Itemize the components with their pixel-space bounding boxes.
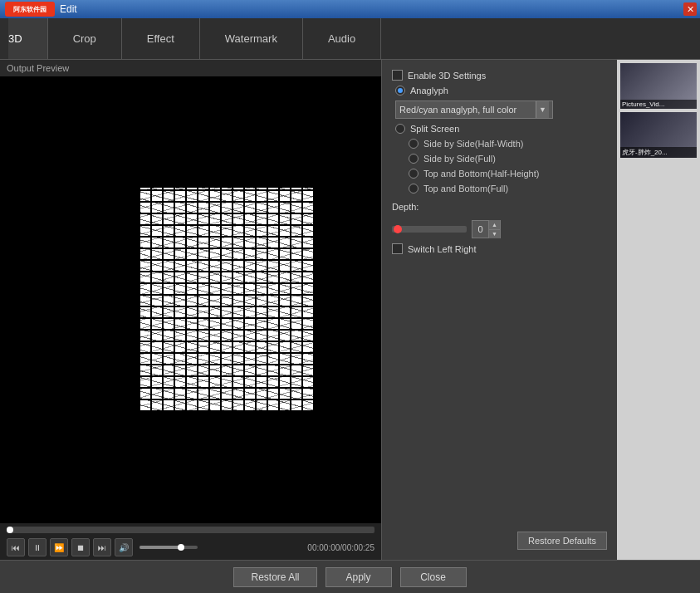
- app-logo: 阿东软件园: [5, 2, 55, 17]
- tb-half-label: Top and Bottom(Half-Height): [423, 169, 539, 179]
- tb-full-radio[interactable]: [409, 184, 419, 194]
- spinner-arrows: ▲ ▼: [488, 220, 500, 238]
- thumbnail-1-label: Pictures_Vid...: [620, 100, 697, 109]
- enable-3d-label: Enable 3D Settings: [408, 71, 486, 81]
- tb-full-row: Top and Bottom(Full): [392, 184, 607, 194]
- left-panel: Output Preview ⏮ ⏸ ⏩ ⏹: [0, 60, 382, 560]
- stop-button[interactable]: ⏹: [71, 538, 90, 556]
- dropdown-arrow-icon: ▼: [536, 101, 549, 118]
- main-window: 3D Crop Effect Watermark Audio Output Pr…: [0, 18, 700, 593]
- depth-thumb: [394, 225, 402, 233]
- spinner-up-button[interactable]: ▲: [489, 220, 500, 230]
- switch-lr-checkbox[interactable]: [392, 243, 403, 254]
- sbs-full-label: Side by Side(Full): [423, 154, 496, 164]
- restore-defaults-button[interactable]: Restore Defaults: [517, 532, 607, 550]
- tab-watermark[interactable]: Watermark: [200, 18, 303, 59]
- switch-lr-label: Switch Left Right: [408, 244, 477, 254]
- thumbnail-1[interactable]: Pictures_Vid...: [620, 63, 697, 109]
- tab-audio[interactable]: Audio: [303, 18, 381, 59]
- restore-all-button[interactable]: Restore All: [233, 567, 316, 587]
- tb-half-radio[interactable]: [409, 169, 419, 179]
- thumbnail-2[interactable]: 虎牙-胖炸_20...: [620, 112, 697, 158]
- split-screen-row: Split Screen: [392, 124, 607, 134]
- close-button[interactable]: Close: [400, 567, 467, 587]
- controls-buttons: ⏮ ⏸ ⏩ ⏹ ⏭ 🔊 00:00:00/00:00:25: [7, 538, 374, 556]
- switch-lr-row: Switch Left Right: [392, 243, 607, 254]
- depth-slider[interactable]: [392, 226, 467, 233]
- depth-spinner-value: 0: [472, 224, 488, 234]
- anaglyph-dropdown[interactable]: Red/cyan anaglyph, full color ▼: [395, 100, 553, 119]
- volume-fill: [140, 546, 181, 549]
- progress-bar[interactable]: [7, 527, 374, 533]
- video-content: [139, 188, 313, 412]
- spinner-down-button[interactable]: ▼: [489, 230, 500, 239]
- time-display: 00:00:00/00:00:25: [307, 543, 374, 552]
- depth-label: Depth:: [392, 202, 607, 212]
- volume-thumb: [178, 544, 184, 551]
- skip-forward-button[interactable]: ⏭: [93, 538, 111, 556]
- tab-3d[interactable]: 3D: [8, 18, 48, 59]
- sbs-half-radio[interactable]: [409, 139, 419, 149]
- grid-overlay: [139, 188, 313, 412]
- output-preview-label: Output Preview: [0, 60, 381, 76]
- anaglyph-dropdown-value: Red/cyan anaglyph, full color: [399, 105, 516, 115]
- content-area: Output Preview ⏮ ⏸ ⏩ ⏹: [0, 60, 700, 560]
- volume-icon[interactable]: 🔊: [115, 538, 133, 556]
- thumbnail-2-label: 虎牙-胖炸_20...: [620, 147, 697, 158]
- progress-indicator: [7, 527, 13, 533]
- volume-slider[interactable]: [140, 546, 198, 549]
- window-title: Edit: [60, 3, 695, 15]
- apply-button[interactable]: Apply: [326, 567, 392, 587]
- grid-visual: [139, 188, 313, 412]
- sbs-full-row: Side by Side(Full): [392, 154, 607, 164]
- tb-full-label: Top and Bottom(Full): [423, 184, 508, 194]
- depth-spinner[interactable]: 0 ▲ ▼: [472, 220, 501, 238]
- video-area: [0, 76, 381, 523]
- anaglyph-label: Anaglyph: [410, 86, 448, 96]
- skip-back-button[interactable]: ⏮: [7, 538, 25, 556]
- tab-bar: 3D Crop Effect Watermark Audio: [0, 18, 700, 60]
- depth-slider-row: 0 ▲ ▼: [392, 220, 607, 238]
- enable-3d-row: Enable 3D Settings: [392, 70, 607, 81]
- anaglyph-dropdown-row: Red/cyan anaglyph, full color ▼: [392, 100, 607, 119]
- split-screen-label: Split Screen: [410, 124, 459, 134]
- tab-effect[interactable]: Effect: [122, 18, 200, 59]
- pause-button[interactable]: ⏸: [28, 538, 47, 556]
- tab-crop[interactable]: Crop: [48, 18, 122, 59]
- window-close-button[interactable]: ✕: [683, 2, 697, 16]
- sbs-half-row: Side by Side(Half-Width): [392, 139, 607, 149]
- anaglyph-radio[interactable]: [395, 86, 405, 96]
- right-sidebar: Pictures_Vid... 虎牙-胖炸_20...: [617, 60, 700, 560]
- anaglyph-row: Anaglyph: [392, 86, 607, 96]
- sbs-half-label: Side by Side(Half-Width): [423, 139, 523, 149]
- fast-forward-button[interactable]: ⏩: [50, 538, 68, 556]
- settings-panel: Enable 3D Settings Anaglyph Red/cyan ana…: [382, 60, 617, 560]
- tb-half-row: Top and Bottom(Half-Height): [392, 169, 607, 179]
- title-bar: 阿东软件园 Edit ✕: [0, 0, 700, 18]
- bottom-bar: Restore All Apply Close: [0, 560, 700, 593]
- sbs-full-radio[interactable]: [409, 154, 419, 164]
- split-screen-radio[interactable]: [395, 124, 405, 134]
- controls-bar: ⏮ ⏸ ⏩ ⏹ ⏭ 🔊 00:00:00/00:00:25: [0, 523, 381, 560]
- enable-3d-checkbox[interactable]: [392, 70, 403, 81]
